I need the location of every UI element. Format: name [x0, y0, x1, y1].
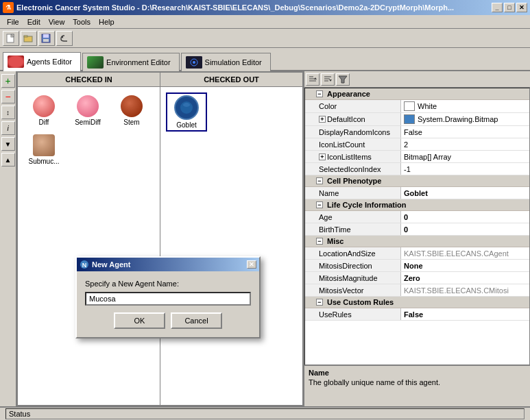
menu-help[interactable]: Help	[95, 16, 119, 27]
status-text: Status	[5, 408, 525, 419]
tab-simulation[interactable]: Simulation Editor	[181, 53, 271, 71]
dialog-close-button[interactable]: ✕	[247, 260, 256, 269]
app-icon: ⚗	[3, 2, 14, 13]
agents-tab-icon	[8, 55, 24, 68]
svg-point-11	[193, 61, 195, 64]
dialog-buttons: OK Cancel	[85, 312, 251, 329]
env-tab-icon	[87, 56, 104, 69]
maximize-button[interactable]: □	[504, 3, 515, 12]
save-button[interactable]	[38, 31, 55, 46]
modal-overlay: N New Agent ✕ Specify a New Agent Name: …	[0, 71, 530, 406]
svg-rect-4	[24, 36, 27, 37]
dialog-ok-button[interactable]: OK	[114, 312, 165, 329]
open-button[interactable]	[21, 31, 37, 46]
content-wrapper: + − ↕ i ▼ ▲ CHECKED IN Diff	[0, 71, 530, 406]
menu-view[interactable]: View	[45, 16, 69, 27]
agent-name-input[interactable]	[85, 292, 251, 306]
tab-agents[interactable]: Agents Editor	[3, 52, 81, 71]
env-tab-label: Environment Editor	[106, 58, 171, 66]
menu-bar: File Edit View Tools Help	[0, 15, 530, 29]
new-agent-dialog: N New Agent ✕ Specify a New Agent Name: …	[75, 256, 261, 338]
window-controls: _ □ ✕	[492, 3, 527, 12]
menu-tools[interactable]: Tools	[69, 16, 95, 27]
close-button[interactable]: ✕	[516, 3, 527, 12]
window-title: Electronic Cancer System Studio - D:\Res…	[16, 3, 454, 12]
status-bar: Status	[0, 406, 530, 420]
main-toolbar	[0, 29, 530, 48]
svg-text:N: N	[82, 262, 87, 269]
sim-tab-label: Simulation Editor	[205, 58, 262, 66]
undo-button[interactable]	[56, 31, 73, 46]
menu-edit[interactable]: Edit	[23, 16, 45, 27]
dialog-body: Specify a New Agent Name: OK Cancel	[77, 271, 259, 337]
dialog-label: Specify a New Agent Name:	[85, 280, 251, 288]
title-bar: ⚗ Electronic Cancer System Studio - D:\R…	[0, 0, 530, 15]
svg-rect-6	[43, 34, 49, 38]
minimize-button[interactable]: _	[492, 3, 503, 12]
sim-tab-icon	[186, 56, 202, 69]
menu-file[interactable]: File	[3, 16, 23, 27]
agents-tab-label: Agents Editor	[27, 58, 72, 66]
new-button[interactable]	[3, 31, 19, 46]
dialog-cancel-button[interactable]: Cancel	[171, 312, 222, 329]
dialog-title-bar: N New Agent ✕	[77, 258, 259, 271]
tab-bar: Agents Editor Environment Editor Simulat…	[0, 48, 530, 71]
svg-rect-7	[43, 39, 49, 42]
dialog-title-text: New Agent	[92, 260, 130, 269]
dialog-icon: N	[80, 260, 89, 269]
tab-environment[interactable]: Environment Editor	[82, 53, 180, 71]
